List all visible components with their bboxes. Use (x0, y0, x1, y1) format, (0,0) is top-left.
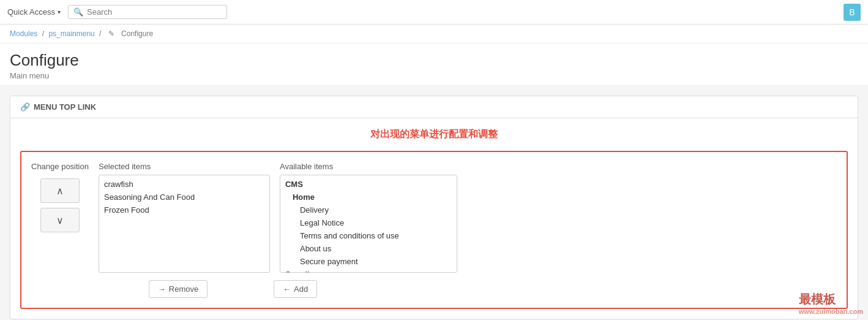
remove-button[interactable]: → Remove (149, 280, 208, 298)
config-inner: Change position ∧ ∨ Selected items crawf… (31, 162, 837, 273)
breadcrumb-sep1: / (42, 29, 47, 38)
card: 🔗 MENU TOP LINK 对出现的菜单进行配置和调整 Change pos… (10, 96, 858, 319)
breadcrumb-ps-mainmenu[interactable]: ps_mainmenu (48, 29, 94, 38)
page-subtitle: Main menu (10, 71, 858, 80)
add-label: Add (294, 284, 308, 294)
breadcrumb: Modules / ps_mainmenu / ✎ Configure (0, 25, 868, 44)
change-position-label: Change position (31, 162, 89, 171)
avail-item-cms[interactable]: CMS (280, 178, 457, 191)
search-input[interactable] (87, 7, 222, 17)
card-body: 对出现的菜单进行配置和调整 Change position ∧ ∨ (10, 118, 858, 319)
avail-item-supplier[interactable]: Supplier (280, 268, 457, 273)
quick-access-label: Quick Access (7, 7, 55, 17)
page-title: Configure (10, 51, 858, 70)
avail-item-about[interactable]: About us (280, 242, 457, 255)
avail-item-legal-notice[interactable]: Legal Notice (280, 216, 457, 229)
chevron-up-icon: ∧ (56, 185, 64, 197)
topbar: Quick Access ▾ 🔍 B (0, 0, 868, 25)
top-right-icon: B (849, 7, 855, 17)
list-item[interactable]: Seasoning And Can Food (99, 191, 269, 204)
avail-item-secure-payment[interactable]: Secure payment (280, 255, 457, 268)
list-item[interactable]: crawfish (99, 178, 269, 191)
available-items-list[interactable]: CMS Home Delivery Legal Notice Terms and… (280, 175, 457, 273)
quick-access-button[interactable]: Quick Access ▾ (7, 7, 61, 17)
chevron-down-icon: ∨ (56, 215, 64, 226)
top-right-button[interactable]: B (844, 4, 861, 21)
card-header-label: MENU TOP LINK (34, 102, 96, 112)
arrow-left-icon: ← (283, 284, 291, 294)
avail-item-home[interactable]: Home (280, 191, 457, 204)
avail-item-terms[interactable]: Terms and conditions of use (280, 229, 457, 242)
add-button[interactable]: ← Add (274, 280, 317, 298)
annotation-text: 对出现的菜单进行配置和调整 (20, 128, 848, 141)
arrow-right-icon: → (158, 284, 166, 294)
remove-label: Remove (169, 284, 198, 294)
move-down-button[interactable]: ∨ (40, 208, 80, 232)
selected-items-column: Selected items crawfish Seasoning And Ca… (99, 162, 270, 273)
search-icon: 🔍 (73, 7, 83, 17)
list-item[interactable]: Frozen Food (99, 204, 269, 216)
available-items-label: Available items (280, 162, 457, 171)
chevron-down-icon: ▾ (58, 9, 61, 15)
config-box: Change position ∧ ∨ Selected items crawf… (20, 151, 848, 309)
available-items-column: Available items CMS Home Delivery Legal … (280, 162, 457, 273)
breadcrumb-modules[interactable]: Modules (10, 29, 37, 38)
selected-items-list[interactable]: crawfish Seasoning And Can Food Frozen F… (99, 175, 270, 273)
position-column: Change position ∧ ∨ (31, 162, 89, 232)
breadcrumb-icon: ✎ (108, 29, 114, 38)
breadcrumb-sep2: / (99, 29, 103, 38)
avail-item-delivery[interactable]: Delivery (280, 204, 457, 216)
page-header: Configure Main menu (0, 44, 868, 86)
breadcrumb-configure: Configure (121, 29, 153, 38)
move-up-button[interactable]: ∧ (40, 178, 80, 203)
menu-link-icon: 🔗 (20, 102, 30, 112)
search-bar: 🔍 (68, 5, 227, 19)
remove-button-area: → Remove (92, 280, 264, 298)
action-row: → Remove ← Add (31, 280, 837, 298)
add-button-area: ← Add (274, 280, 837, 298)
main-content: 🔗 MENU TOP LINK 对出现的菜单进行配置和调整 Change pos… (0, 86, 868, 320)
card-header: 🔗 MENU TOP LINK (10, 96, 858, 118)
selected-items-label: Selected items (99, 162, 270, 171)
